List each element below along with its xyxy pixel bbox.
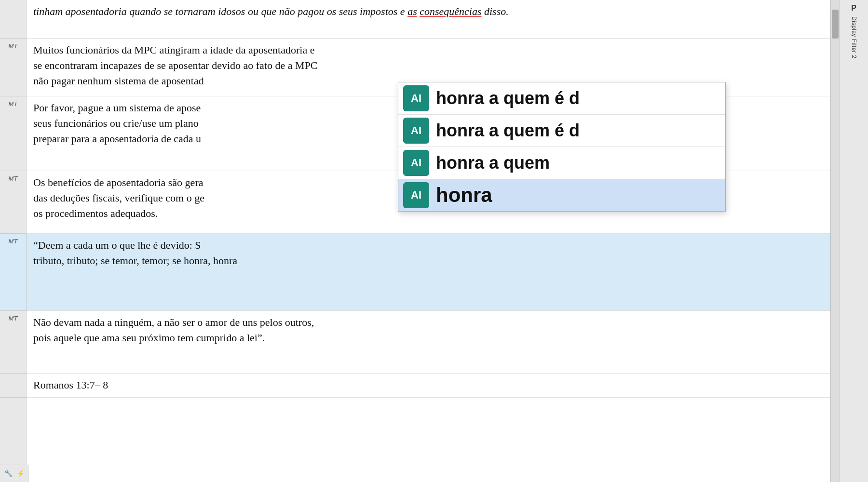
ai-icon-1: AI — [403, 85, 429, 111]
row-label-1: MT — [0, 39, 26, 96]
row-label-6 — [0, 374, 26, 398]
left-sidebar: MT MT MT MT MT 🔧 ⚡ — [0, 0, 27, 482]
autocomplete-item-4[interactable]: AI honra — [398, 179, 725, 211]
text-row-4: “Deem a cada um o que lhe é devido: S tr… — [27, 234, 830, 311]
text-content-6: Romanos 13:7– 8 — [33, 379, 108, 391]
row-label-3: MT — [0, 171, 26, 234]
zap-icon[interactable]: ⚡ — [16, 469, 25, 478]
autocomplete-item-2[interactable]: AI honra a quem é d — [398, 115, 725, 147]
main-container: MT MT MT MT MT 🔧 ⚡ tinham aposentadoria … — [0, 0, 868, 482]
autocomplete-text-4: honra — [436, 184, 492, 207]
ai-icon-4: AI — [403, 182, 429, 208]
text-content-0: tinham aposentadoria quando se tornaram … — [33, 5, 509, 17]
scrollbar-area[interactable] — [830, 0, 839, 482]
ai-icon-text-3: AI — [411, 157, 421, 169]
row-label-2: MT — [0, 96, 26, 171]
ai-icon-text-4: AI — [411, 189, 421, 201]
text-content-4: “Deem a cada um o que lhe é devido: S tr… — [33, 239, 237, 267]
autocomplete-item-3[interactable]: AI honra a quem — [398, 147, 725, 179]
text-content-1: Muitos funcionários da MPC atingiram a i… — [33, 44, 318, 87]
ai-icon-2: AI — [403, 118, 429, 144]
text-row-5: Não devam nada a ninguém, a não ser o am… — [27, 311, 830, 374]
wrench-icon[interactable]: 🔧 — [4, 469, 13, 478]
underline-word: as — [407, 5, 417, 17]
right-sidebar: P Display Filter 2 — [839, 0, 868, 482]
autocomplete-text-1: honra a quem é d — [436, 88, 580, 108]
bottom-toolbar: 🔧 ⚡ — [0, 465, 29, 482]
row-label-4: MT — [0, 234, 26, 311]
ai-icon-text-1: AI — [411, 92, 421, 105]
display-filter-tab[interactable]: Display Filter 2 — [849, 13, 859, 62]
autocomplete-item-1[interactable]: AI honra a quem é d — [398, 82, 725, 115]
text-content-2: Por favor, pague a um sistema de apose s… — [33, 102, 201, 145]
p-label: P — [851, 4, 856, 13]
text-content-3: Os benefícios de aposentadoria são gera … — [33, 176, 204, 219]
text-content-5: Não devam nada a ninguém, a não ser o am… — [33, 316, 314, 344]
text-row-6: Romanos 13:7– 8 — [27, 374, 830, 398]
autocomplete-text-2: honra a quem é d — [436, 120, 580, 141]
spacer-top — [0, 0, 26, 39]
scrollbar-thumb[interactable] — [832, 10, 839, 39]
text-area: tinham aposentadoria quando se tornaram … — [27, 0, 830, 482]
ai-icon-3: AI — [403, 150, 429, 176]
underline-consequencias: consequências — [420, 5, 481, 17]
autocomplete-text-3: honra a quem — [436, 153, 550, 173]
text-row-0: tinham aposentadoria quando se tornaram … — [27, 0, 830, 39]
row-label-5: MT — [0, 311, 26, 374]
autocomplete-dropdown: AI honra a quem é d AI honra a quem é d … — [398, 82, 726, 212]
ai-icon-text-2: AI — [411, 124, 421, 137]
